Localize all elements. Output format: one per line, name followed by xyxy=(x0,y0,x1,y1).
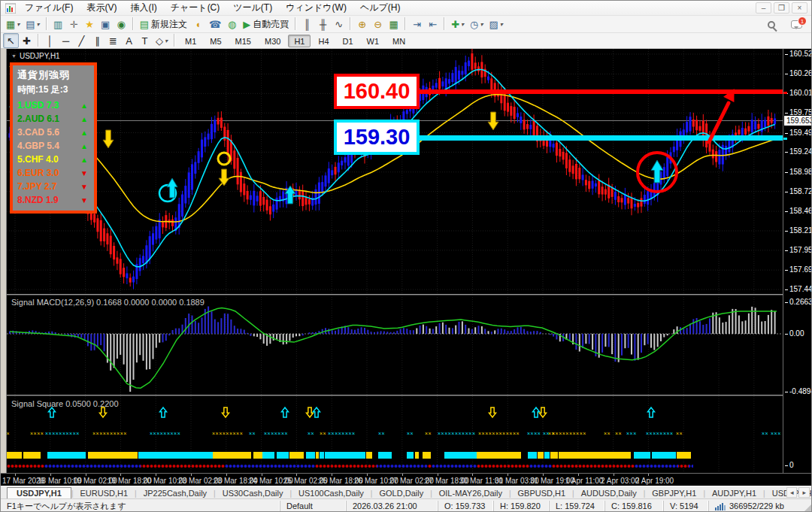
tab-scroll-left-button[interactable]: ◂ xyxy=(786,487,798,498)
timeframe-M30[interactable]: M30 xyxy=(259,35,286,47)
signals-button[interactable]: ◍ xyxy=(224,17,240,32)
price-tick-label: 157.440 xyxy=(785,285,812,294)
resize-grip[interactable] xyxy=(803,504,811,512)
menu-item-2[interactable]: 挿入(I) xyxy=(123,1,163,14)
menu-item-1[interactable]: 表示(V) xyxy=(80,1,123,14)
price-axis[interactable]: 160.525160.265160.010159.755159.495159.2… xyxy=(783,49,812,473)
tab-scroll-right-button[interactable]: ▸ xyxy=(798,487,810,498)
menu-item-6[interactable]: ヘルプ(H) xyxy=(353,1,408,14)
chart-tab-8[interactable]: AUDUSD,Daily xyxy=(574,488,644,498)
crosshair-button[interactable]: ✚ xyxy=(19,33,35,48)
timeframe-M1[interactable]: M1 xyxy=(179,35,202,47)
menu-items: ファイル(F)表示(V)挿入(I)チャート(C)ツール(T)ウィンドウ(W)ヘル… xyxy=(18,2,407,14)
chart-tab-10[interactable]: AUDJPY,H1 xyxy=(705,488,763,498)
navigator-button[interactable]: ★ xyxy=(82,17,98,32)
toolbar-standard: ▦▾▤▾▥✛★▣◉▤新規注文◖☎◍▶自動売買║╫∿⊕⊖▦⇥⇤✚▾◷▾▨▾ 1 xyxy=(1,16,811,33)
timeframe-M15[interactable]: M15 xyxy=(229,35,257,47)
zoom-out-button[interactable]: ⊖ xyxy=(370,17,386,32)
strength-row-nzd: 8.NZD 1.9▼ xyxy=(17,193,89,207)
minimize-button[interactable]: – xyxy=(756,2,771,14)
chart-symbol-label: ▼ USDJPY,H1 xyxy=(11,52,60,60)
time-tick xyxy=(332,474,332,476)
menu-item-0[interactable]: ファイル(F) xyxy=(18,1,80,14)
text-button[interactable]: A xyxy=(121,33,137,48)
horn-button[interactable]: ◖ xyxy=(190,17,206,32)
chart-tabs-bar: USDJPY,H1|EURUSD,H1|JP225Cash,Daily|US30… xyxy=(1,486,811,498)
channel-button[interactable]: ∥ xyxy=(89,33,105,48)
periods-button[interactable]: ◷▾ xyxy=(467,17,486,32)
tile-windows-button[interactable]: ▦ xyxy=(386,17,401,32)
timeframe-MN[interactable]: MN xyxy=(386,35,411,47)
timeframe-H1[interactable]: H1 xyxy=(288,35,311,47)
restore-button[interactable]: ❐ xyxy=(774,2,789,14)
trendline-button[interactable]: ╱ xyxy=(74,33,89,48)
chart-tab-9[interactable]: GBPJPY,H1 xyxy=(645,488,703,498)
chart-tab-3[interactable]: US30Cash,Daily xyxy=(216,488,290,498)
community-button[interactable]: ☎ xyxy=(206,17,224,32)
svg-text:××××××××××××: ×××××××××××× xyxy=(478,431,520,436)
strength-row-label: 6.EUR 3.0 xyxy=(17,168,59,178)
menu-item-4[interactable]: ツール(T) xyxy=(226,1,279,14)
chart-tab-5[interactable]: GOLD,Daily xyxy=(372,488,430,498)
strength-row-eur: 6.EUR 3.0▼ xyxy=(17,166,89,180)
menu-item-5[interactable]: ウィンドウ(W) xyxy=(279,1,353,14)
time-tick xyxy=(262,474,262,476)
menu-item-3[interactable]: チャート(C) xyxy=(164,1,227,14)
line-chart-type-button[interactable]: ∿ xyxy=(331,17,347,32)
shapes-button[interactable]: ◇▾ xyxy=(153,33,171,48)
timeframe-H4[interactable]: H4 xyxy=(312,35,335,47)
chart-surface[interactable]: ××××××××××××××××××××××××××××××××××××××××… xyxy=(7,49,783,473)
status-low: L: 159.724 xyxy=(549,501,604,512)
new-order-button[interactable]: ▤新規注文 xyxy=(137,17,190,32)
toolbar-separator xyxy=(174,34,175,47)
profiles-button[interactable]: ▤▾ xyxy=(23,17,42,32)
indicators-icon: ✚ xyxy=(451,20,459,29)
chart-tab-0[interactable]: USDJPY,H1 xyxy=(7,487,71,498)
auto-scroll-button[interactable]: ⇥ xyxy=(409,17,425,32)
fibo-button[interactable]: ≣ xyxy=(105,33,121,48)
zoom-in-button[interactable]: ⊕ xyxy=(354,17,370,32)
terminal-button[interactable]: ▣ xyxy=(98,17,114,32)
chart-tab-1[interactable]: EURUSD,H1 xyxy=(74,488,135,498)
chart-tab-2[interactable]: JP225Cash,Daily xyxy=(137,488,214,498)
chart-tab-6[interactable]: OIL-MAY26,Daily xyxy=(432,488,509,498)
auto-trading-button[interactable]: ▶自動売買 xyxy=(240,17,292,32)
close-button[interactable]: × xyxy=(792,2,807,14)
label-button[interactable]: T xyxy=(137,33,153,48)
status-profile[interactable]: Default xyxy=(280,501,346,512)
cursor-button[interactable]: ↖ xyxy=(3,33,19,48)
search-button[interactable] xyxy=(763,17,779,32)
dropdown-arrow-icon: ▾ xyxy=(500,21,503,28)
notifications-button[interactable]: 1 xyxy=(788,17,805,32)
vline-button[interactable]: │ xyxy=(42,33,58,48)
data-window-button[interactable]: ✛ xyxy=(66,17,82,32)
search-icon xyxy=(768,21,775,29)
time-tick xyxy=(296,474,297,476)
down-triangle-icon: ▼ xyxy=(80,169,89,177)
bar-chart-type-button[interactable]: ║ xyxy=(299,17,315,32)
timeframe-W1[interactable]: W1 xyxy=(361,35,386,47)
timeframe-M5[interactable]: M5 xyxy=(204,35,227,47)
timeframe-D1[interactable]: D1 xyxy=(337,35,359,47)
support-price-label[interactable]: 159.30 xyxy=(334,120,420,155)
chart-tab-7[interactable]: GBPUSD,H1 xyxy=(511,488,573,498)
chart-tab-4[interactable]: US100Cash,Daily xyxy=(292,488,371,498)
indicators-button[interactable]: ✚▾ xyxy=(448,17,467,32)
candle-chart-type-button[interactable]: ╫ xyxy=(315,17,331,32)
strategy-tester-button[interactable]: ◉ xyxy=(114,17,129,32)
strength-row-chf: 5.CHF 4.0▲ xyxy=(17,153,89,166)
symbol-dropdown-icon[interactable]: ▼ xyxy=(11,53,17,59)
strength-row-usd: 1.USD 7.3▲ xyxy=(17,98,89,112)
zoom-out-icon: ⊖ xyxy=(374,20,382,29)
templates-button[interactable]: ▨▾ xyxy=(486,17,505,32)
time-tick xyxy=(472,474,473,476)
resistance-price-label[interactable]: 160.40 xyxy=(334,74,420,109)
toolbar-separator xyxy=(38,34,39,47)
market-watch-button[interactable]: ▥ xyxy=(50,17,66,32)
status-high: H: 159.820 xyxy=(493,501,549,512)
new-chart-button[interactable]: ▦▾ xyxy=(3,17,23,32)
chart-shift-button[interactable]: ⇤ xyxy=(425,17,441,32)
hline-button[interactable]: ─ xyxy=(58,33,74,48)
toolbar-separator xyxy=(444,17,445,30)
time-axis[interactable]: 17 Mar 202618 Mar 10:0019 Mar 02:0019 Ma… xyxy=(1,473,812,486)
